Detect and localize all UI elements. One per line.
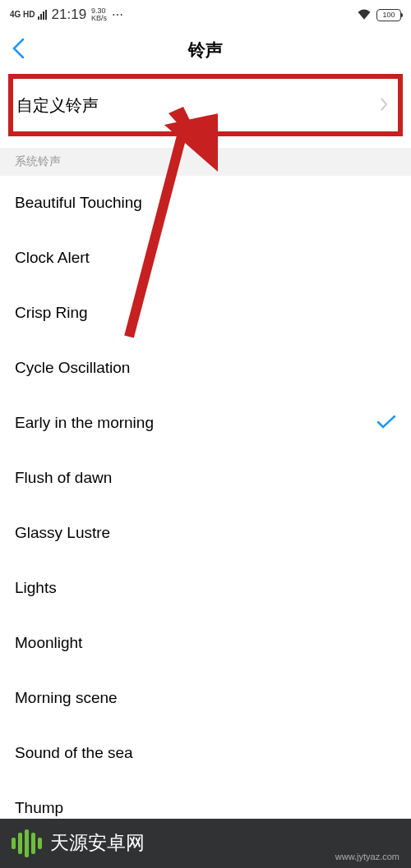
- status-right: 100: [357, 8, 401, 22]
- ringtone-item[interactable]: Glassy Lustre: [0, 506, 411, 561]
- ringtone-list: Beautiful Touching Clock Alert Crisp Rin…: [0, 176, 411, 836]
- footer-brand: 天源安卓网: [50, 832, 145, 855]
- ringtone-label: Morning scene: [15, 689, 118, 707]
- more-icon: ⋯: [112, 8, 125, 21]
- ringtone-item[interactable]: Flush of dawn: [0, 451, 411, 506]
- ringtone-item[interactable]: Clock Alert: [0, 231, 411, 286]
- ringtone-label: Sound of the sea: [15, 744, 133, 762]
- wifi-icon: [357, 8, 372, 22]
- ringtone-label: Lights: [15, 579, 57, 597]
- ringtone-item[interactable]: Cycle Oscillation: [0, 341, 411, 396]
- ringtone-label: Thump: [15, 799, 63, 817]
- ringtone-item[interactable]: Early in the morning: [0, 396, 411, 451]
- status-left: 4G HD 21:19 9.30 KB/s ⋯: [10, 7, 125, 23]
- ringtone-item[interactable]: Sound of the sea: [0, 726, 411, 781]
- network-type: 4G HD: [10, 11, 35, 19]
- battery-level: 100: [382, 11, 395, 19]
- ringtone-label: Early in the morning: [15, 414, 154, 432]
- clock-time: 21:19: [52, 7, 87, 23]
- checkmark-icon: [376, 411, 396, 434]
- footer-logo-icon: [12, 829, 42, 857]
- footer-url: www.jytyaz.com: [335, 852, 399, 861]
- signal-bars-icon: [38, 10, 47, 20]
- ringtone-item[interactable]: Moonlight: [0, 616, 411, 671]
- network-indicator: 4G HD: [10, 10, 47, 20]
- custom-ringtone-label: 自定义铃声: [16, 94, 99, 117]
- page-title: 铃声: [188, 39, 223, 62]
- status-bar: 4G HD 21:19 9.30 KB/s ⋯ 100: [0, 0, 411, 30]
- custom-ringtone-row[interactable]: 自定义铃声: [8, 74, 403, 136]
- ringtone-label: Glassy Lustre: [15, 524, 110, 542]
- ringtone-label: Flush of dawn: [15, 469, 112, 487]
- ringtone-label: Crisp Ring: [15, 304, 88, 322]
- battery-icon: 100: [376, 9, 401, 21]
- ringtone-item[interactable]: Morning scene: [0, 671, 411, 726]
- section-header: 系统铃声: [0, 148, 411, 176]
- network-speed: 9.30 KB/s: [91, 7, 107, 22]
- back-button[interactable]: [12, 38, 25, 63]
- ringtone-label: Beautiful Touching: [15, 194, 142, 212]
- ringtone-item[interactable]: Lights: [0, 561, 411, 616]
- ringtone-item[interactable]: Beautiful Touching: [0, 176, 411, 231]
- watermark-footer: 天源安卓网 www.jytyaz.com: [0, 819, 411, 868]
- nav-header: 铃声: [0, 30, 411, 71]
- ringtone-label: Cycle Oscillation: [15, 359, 130, 377]
- ringtone-label: Clock Alert: [15, 249, 90, 267]
- chevron-right-icon: [380, 94, 388, 117]
- ringtone-item[interactable]: Crisp Ring: [0, 286, 411, 341]
- ringtone-label: Moonlight: [15, 634, 82, 652]
